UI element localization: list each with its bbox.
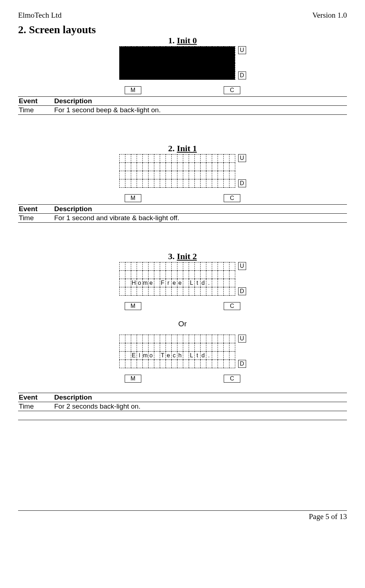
header-right: Version 1.0 bbox=[312, 11, 347, 20]
page-footer: Page 5 of 13 bbox=[18, 510, 347, 521]
button-up[interactable]: U bbox=[238, 262, 246, 270]
section-title: 2. Screen layouts bbox=[18, 23, 347, 36]
event-table-0: Event Description Time For 1 second beep… bbox=[18, 96, 347, 115]
td-desc: For 1 second beep & back-light on. bbox=[53, 106, 347, 115]
or-label: Or bbox=[18, 319, 347, 328]
lcd-grid-2b: ElmoTechLtd. bbox=[119, 335, 235, 368]
td-event: Time bbox=[18, 402, 53, 411]
button-down[interactable]: D bbox=[238, 71, 246, 79]
td-desc: For 1 second and vibrate & back-light of… bbox=[53, 214, 347, 223]
screen-heading-0: 1. Init 0 bbox=[18, 36, 347, 45]
th-event: Event bbox=[18, 205, 53, 214]
th-desc: Description bbox=[53, 97, 347, 106]
screen-init2a: 3. Init 2 HomeFreeLtd. U D M C bbox=[18, 252, 347, 310]
td-desc: For 2 seconds back-light on. bbox=[53, 402, 347, 411]
td-event: Time bbox=[18, 106, 53, 115]
screen-heading-1: 2. Init 1 bbox=[18, 144, 347, 153]
td-event-empty bbox=[18, 411, 53, 420]
button-down[interactable]: D bbox=[238, 287, 246, 295]
th-event: Event bbox=[18, 97, 53, 106]
button-down[interactable]: D bbox=[238, 179, 246, 187]
button-cancel[interactable]: C bbox=[224, 86, 240, 94]
th-desc: Description bbox=[53, 393, 347, 402]
button-cancel[interactable]: C bbox=[224, 302, 240, 310]
screen-init1: 2. Init 1 U D M C bbox=[18, 144, 347, 202]
th-desc: Description bbox=[53, 205, 347, 214]
lcd-grid-2a: HomeFreeLtd. bbox=[119, 262, 235, 296]
button-menu[interactable]: M bbox=[125, 194, 141, 202]
button-up[interactable]: U bbox=[238, 154, 246, 162]
button-cancel[interactable]: C bbox=[224, 375, 240, 383]
button-cancel[interactable]: C bbox=[224, 194, 240, 202]
button-up[interactable]: U bbox=[238, 335, 246, 343]
td-desc-empty bbox=[53, 411, 347, 420]
page-header: ElmoTech Ltd Version 1.0 bbox=[18, 11, 347, 20]
button-menu[interactable]: M bbox=[125, 302, 141, 310]
screen-heading-2: 3. Init 2 bbox=[18, 252, 347, 261]
lcd-grid-0 bbox=[119, 46, 235, 80]
lcd-grid-1 bbox=[119, 154, 235, 188]
screen-init0: 1. Init 0 U D M C bbox=[18, 36, 347, 94]
td-event: Time bbox=[18, 214, 53, 223]
button-menu[interactable]: M bbox=[125, 375, 141, 383]
event-table-1: Event Description Time For 1 second and … bbox=[18, 204, 347, 223]
event-table-2: Event Description Time For 2 seconds bac… bbox=[18, 393, 347, 420]
button-down[interactable]: D bbox=[238, 360, 246, 368]
button-up[interactable]: U bbox=[238, 46, 246, 54]
th-event: Event bbox=[18, 393, 53, 402]
screen-init2b: ElmoTechLtd. U D M C bbox=[18, 335, 347, 383]
header-left: ElmoTech Ltd bbox=[18, 11, 61, 20]
button-menu[interactable]: M bbox=[125, 86, 141, 94]
